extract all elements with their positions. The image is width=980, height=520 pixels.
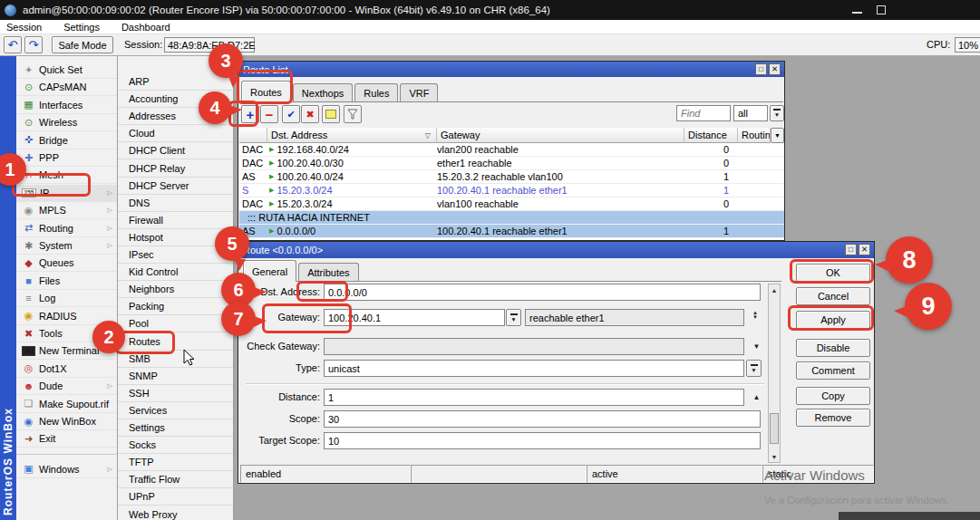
column-header-routing-mark[interactable]: Routing Mark <box>738 128 771 143</box>
ip-submenu-item-socks[interactable]: Socks <box>118 437 233 454</box>
ip-submenu-item-ssh[interactable]: SSH <box>118 385 233 402</box>
cpu-value[interactable]: 10% <box>955 37 980 53</box>
tab-attributes[interactable]: Attributes <box>298 263 358 281</box>
ip-submenu-item-settings[interactable]: Settings <box>118 419 233 437</box>
ip-submenu-item-snmp[interactable]: SNMP <box>118 368 233 385</box>
route-row[interactable]: DAC▶100.20.40.0/30ether1 reachable0 <box>239 157 784 170</box>
remove-button[interactable]: Remove <box>796 409 870 427</box>
scope-input[interactable]: 30 <box>324 410 761 428</box>
minimize-icon[interactable] <box>852 12 862 14</box>
route-list-maximize-icon[interactable]: □ <box>755 63 767 75</box>
distance-up-icon[interactable]: ▲ <box>749 389 764 406</box>
ip-submenu-item-packing[interactable]: Packing <box>118 298 233 315</box>
scroll-thumb[interactable] <box>770 413 779 444</box>
sidebar-item-routing[interactable]: ⇄Routing▷ <box>16 220 117 237</box>
dst-address-input[interactable]: 0.0.0.0/0 <box>324 284 761 301</box>
sidebar-item-wireless[interactable]: ⊙Wireless <box>16 114 117 131</box>
sidebar-item-queues[interactable]: ◆Queues <box>16 255 117 272</box>
route-list-close-icon[interactable]: ✕ <box>769 63 781 75</box>
sidebar-item-log[interactable]: ≡Log <box>16 290 117 307</box>
scroll-down-icon[interactable]: ▼ <box>769 451 780 462</box>
sidebar-item-mpls[interactable]: ◉MPLS▷ <box>16 202 117 219</box>
gateway-dropdown-icon[interactable]: ▼ <box>506 309 521 326</box>
sidebar-item-dude[interactable]: ☻Dude▷ <box>16 378 117 395</box>
route-list-disable-button[interactable]: ✖ <box>301 105 319 123</box>
sidebar-item-windows[interactable]: ▣Windows▷ <box>16 461 117 478</box>
session-field[interactable]: 48:A9:8A:EB:D7:2E <box>164 37 255 53</box>
sort-icon[interactable]: ▽ <box>425 131 431 140</box>
menu-item-dashboard[interactable]: Dashboard <box>121 22 170 33</box>
sidebar-item-capsman[interactable]: ⊙CAPsMAN <box>16 79 117 96</box>
type-input[interactable]: unicast <box>324 360 744 377</box>
ip-submenu-item-dhcp-relay[interactable]: DHCP Relay <box>118 160 233 178</box>
route-list-filter-button[interactable] <box>344 105 362 123</box>
column-header-gateway[interactable]: Gateway <box>437 128 684 143</box>
ip-submenu-item-traffic-flow[interactable]: Traffic Flow <box>118 471 233 488</box>
ip-submenu-item-arp[interactable]: ARP <box>118 73 233 91</box>
check-gateway-dropdown-icon[interactable]: ▼ <box>749 338 764 355</box>
comment-button[interactable]: Comment <box>796 361 870 380</box>
sidebar-item-exit[interactable]: ➜Exit <box>16 430 117 448</box>
column-chooser-icon[interactable]: ▼ <box>771 128 784 143</box>
sidebar-item-ppp[interactable]: ✚PPP <box>16 149 117 167</box>
ip-submenu-item-tftp[interactable]: TFTP <box>118 454 233 471</box>
ip-submenu-item-neighbors[interactable]: Neighbors <box>118 281 233 298</box>
safe-mode-button[interactable]: Safe Mode <box>52 36 113 53</box>
sidebar-item-bridge[interactable]: ✜Bridge <box>16 132 117 149</box>
sidebar-item-new-winbox[interactable]: ◉New WinBox <box>16 413 117 430</box>
distance-input[interactable]: 1 <box>324 389 744 406</box>
menu-item-settings[interactable]: Settings <box>63 22 100 33</box>
route-row[interactable]: DAC▶15.20.3.0/24vlan100 reachable0 <box>239 197 784 211</box>
ip-submenu-item-dns[interactable]: DNS <box>118 195 233 212</box>
ip-submenu-item-firewall[interactable]: Firewall <box>118 212 233 229</box>
sidebar-item-interfaces[interactable]: ▦Interfaces <box>16 97 117 114</box>
route-list-enable-button[interactable]: ✔ <box>282 105 300 123</box>
scroll-up-icon[interactable]: ▲ <box>769 284 780 295</box>
column-header-flags[interactable] <box>239 128 267 143</box>
maximize-icon[interactable] <box>877 5 886 14</box>
ip-submenu-item-dhcp-server[interactable]: DHCP Server <box>118 178 233 195</box>
disable-button[interactable]: Disable <box>796 339 870 357</box>
route-dialog-titlebar[interactable]: Route <0.0.0.0/0> □ ✕ <box>238 242 874 258</box>
route-list-titlebar[interactable]: Route List □ ✕ <box>238 62 784 77</box>
ip-submenu-item-services[interactable]: Services <box>118 402 233 419</box>
menu-item-session[interactable]: Session <box>6 22 42 33</box>
target-scope-input[interactable]: 10 <box>324 432 761 449</box>
ip-submenu-item-upnp[interactable]: UPnP <box>118 488 233 506</box>
type-dropdown-icon[interactable]: ▼ <box>746 360 762 377</box>
form-scrollbar[interactable]: ▲ ▼ <box>768 284 781 463</box>
route-comment-row[interactable]: ::: RUTA HACIA INTERNET <box>239 211 784 225</box>
sidebar-item-dot1x[interactable]: ◎Dot1X <box>16 361 117 378</box>
app-titlebar[interactable]: admin@50:00:00:09:00:02 (Router Encore I… <box>0 0 980 20</box>
gateway-spinner-icon[interactable]: ▲▼ <box>749 311 762 320</box>
route-row[interactable]: AS▶0.0.0.0/0100.20.40.1 reachable ether1… <box>239 225 784 238</box>
column-header-dst-address[interactable]: Dst. Address▽ <box>267 128 437 143</box>
route-list-tab-nexthops[interactable]: Nexthops <box>293 83 353 101</box>
route-list-tab-vrf[interactable]: VRF <box>400 83 438 101</box>
column-header-distance[interactable]: Distance <box>684 128 738 143</box>
redo-icon[interactable]: ↷ <box>24 36 43 53</box>
filter-scope-select[interactable]: all <box>733 105 768 121</box>
route-row[interactable]: S▶15.20.3.0/24100.20.40.1 reachable ethe… <box>239 184 784 197</box>
undo-icon[interactable]: ↶ <box>4 36 22 53</box>
cancel-button[interactable]: Cancel <box>796 287 870 305</box>
ip-submenu-item-cloud[interactable]: Cloud <box>118 125 233 142</box>
copy-button[interactable]: Copy <box>796 387 870 405</box>
route-dialog-maximize-icon[interactable]: □ <box>845 244 857 255</box>
ip-submenu-item-web-proxy[interactable]: Web Proxy <box>118 506 233 520</box>
check-gateway-input[interactable] <box>324 338 744 355</box>
route-list-remove-button[interactable]: − <box>260 105 278 123</box>
route-row[interactable]: AS▶100.20.40.0/2415.20.3.2 reachable vla… <box>239 170 784 184</box>
filter-scope-dropdown-icon[interactable]: ▼ <box>770 105 784 121</box>
route-list-tab-rules[interactable]: Rules <box>354 83 398 101</box>
route-row[interactable]: DAC▶192.168.40.0/24vlan200 reachable0 <box>239 143 784 157</box>
find-input[interactable] <box>676 105 731 121</box>
sidebar-item-files[interactable]: ■Files <box>16 273 117 290</box>
route-dialog-close-icon[interactable]: ✕ <box>859 244 870 255</box>
ip-submenu-item-dhcp-client[interactable]: DHCP Client <box>118 142 233 159</box>
sidebar-item-make-supout-rif[interactable]: ❏Make Supout.rif <box>16 396 117 413</box>
route-list-comment-button[interactable] <box>322 105 340 123</box>
sidebar-item-quick-set[interactable]: ✦Quick Set <box>16 62 117 79</box>
sidebar-item-system[interactable]: ✱System▷ <box>16 237 117 255</box>
ip-submenu-item-kid-control[interactable]: Kid Control <box>118 264 233 281</box>
